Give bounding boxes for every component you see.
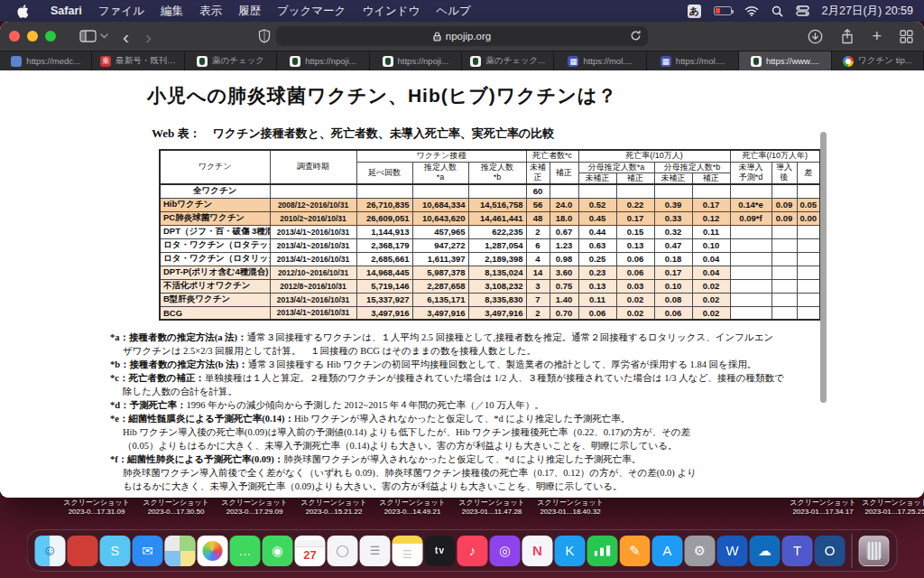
mail-icon[interactable]: ✉: [133, 536, 163, 566]
control-center-icon[interactable]: [796, 5, 809, 16]
cell-diff: 0.00: [797, 211, 820, 225]
page-scrollbar[interactable]: [820, 132, 827, 403]
tab-5[interactable]: https://npoji...: [370, 51, 462, 70]
desktop-file-screenshot[interactable]: スクリーンショット2023-0...17.29.09: [209, 499, 300, 517]
finder-icon[interactable]: ☺: [35, 536, 66, 566]
new-tab-button[interactable]: +: [872, 28, 882, 44]
desktop-file-screenshot[interactable]: スクリーンショット2023-0...17.31.09: [51, 499, 142, 517]
cell-doses: 3,497,916: [356, 306, 412, 320]
menu-window[interactable]: ウインドウ: [354, 4, 428, 19]
cell-name: PC肺炎球菌ワクチン: [160, 211, 270, 225]
messages-icon[interactable]: …: [230, 536, 261, 566]
desktop-file-screenshot[interactable]: スクリーンショット2023-0...17.30.50: [131, 499, 221, 517]
teams-glyph: T: [793, 543, 801, 558]
cell-pre: 0.09*f: [730, 211, 772, 225]
apple-icon[interactable]: [16, 5, 30, 18]
skype-icon[interactable]: S: [100, 536, 131, 566]
trash-icon[interactable]: [859, 536, 890, 566]
news-icon[interactable]: N: [522, 536, 553, 566]
keynote-icon[interactable]: K: [555, 536, 586, 566]
tab-label: ワクチン tip...: [858, 55, 911, 67]
cell-post: [772, 238, 797, 252]
podcasts-icon[interactable]: ◎: [490, 536, 521, 566]
footnote-text: 肺炎球菌ワクチンが導入されなかったと仮定して、*d により推定した予測死亡率。: [283, 454, 641, 464]
tab-8[interactable]: ▦https://mol....: [647, 51, 739, 70]
reminders-icon[interactable]: ☰: [360, 536, 391, 566]
reload-icon[interactable]: [630, 30, 642, 42]
red-utility-icon[interactable]: [68, 536, 98, 566]
tab-overview-icon[interactable]: [900, 30, 913, 43]
cell-doses: 2,685,661: [356, 252, 412, 266]
tab-2[interactable]: 薬最新号・既刊…: [92, 51, 184, 70]
word-icon[interactable]: W: [717, 536, 748, 566]
spotlight-icon[interactable]: [772, 5, 783, 17]
outlook-icon[interactable]: O: [815, 536, 845, 566]
facetime-icon[interactable]: ◉: [263, 536, 293, 566]
close-window-button[interactable]: [9, 31, 20, 42]
keynote-glyph: K: [565, 543, 574, 558]
zoom-window-button[interactable]: [45, 31, 56, 42]
desktop-file-screenshot[interactable]: スクリーンショット2023-01...11.47.28: [447, 499, 537, 517]
tv-icon[interactable]: tv: [425, 536, 456, 566]
share-icon[interactable]: [841, 29, 854, 44]
menu-bar-clock[interactable]: 2月27日(月) 20:59: [822, 4, 913, 19]
desktop-file-screenshot[interactable]: スクリーンショット2023-01...18.40.32: [525, 499, 615, 517]
flask-favicon-icon: [383, 56, 393, 67]
footnote-line: *a：接種者数の推定方法(a 法)：通常３回接種するワクチンは、１人平均 2.5…: [110, 331, 825, 344]
menu-edit[interactable]: 編集: [152, 4, 191, 19]
tab-9-active[interactable]: https://www....: [739, 51, 831, 70]
cell-pre: [730, 266, 772, 279]
privacy-shield-icon[interactable]: [258, 29, 271, 43]
sidebar-chevron-icon[interactable]: [100, 33, 108, 39]
tab-1[interactable]: https://medc...: [0, 51, 92, 70]
menu-view[interactable]: 表示: [191, 4, 230, 19]
photos-icon[interactable]: [198, 536, 228, 566]
flask-favicon-icon: [197, 56, 208, 67]
minimize-window-button[interactable]: [27, 31, 38, 42]
tab-7[interactable]: ▦https://mol....: [554, 51, 646, 70]
cell-est_a: 10,684,334: [412, 198, 468, 211]
col-group-denom-a: 分母推定人数*a: [578, 162, 654, 172]
app-store-icon[interactable]: A: [652, 536, 683, 566]
tab-3[interactable]: 薬のチェック: [185, 51, 277, 70]
address-bar[interactable]: npojip.org: [276, 26, 648, 46]
cell-ra_cor: 0.02: [616, 293, 654, 306]
cell-post: [772, 252, 797, 266]
wifi-icon[interactable]: [744, 5, 759, 16]
input-source-icon[interactable]: あ: [688, 5, 701, 18]
settings-icon[interactable]: ⚙: [685, 536, 716, 566]
battery-icon[interactable]: [714, 6, 732, 15]
desktop-file-screenshot[interactable]: スクリーンショット2023-01...17.25.25: [850, 499, 924, 517]
menu-history[interactable]: 履歴: [230, 4, 269, 19]
pages-icon[interactable]: ✎: [620, 536, 651, 566]
maps-icon[interactable]: [165, 536, 196, 566]
cell-pre: [730, 184, 772, 198]
desktop-file-screenshot[interactable]: スクリーンショット2023-0...14.49.21: [367, 499, 457, 517]
tab-10[interactable]: ワクチン tip...: [832, 51, 924, 70]
downloads-icon[interactable]: [808, 29, 823, 44]
cell-ra_cor: 0.06: [616, 252, 654, 266]
menu-bookmarks[interactable]: ブックマーク: [269, 4, 354, 19]
numbers-icon[interactable]: [587, 536, 618, 566]
file-name: スクリーンショット: [367, 499, 457, 508]
teams-icon[interactable]: T: [782, 536, 813, 566]
forward-button[interactable]: ›: [145, 27, 152, 46]
menu-app-name[interactable]: Safari: [42, 5, 90, 17]
music-icon[interactable]: ♪: [457, 536, 488, 566]
menu-help[interactable]: ヘルプ: [428, 4, 478, 19]
desktop-file-screenshot[interactable]: スクリーンショット2023-0...15.21.22: [289, 499, 379, 517]
cell-period: 2013/4/1~2016/10/31: [270, 252, 356, 266]
cell-rb_cor: 0.11: [692, 225, 730, 238]
sidebar-icon[interactable]: [79, 30, 97, 42]
calendar-icon[interactable]: 27: [295, 536, 326, 566]
medc-favicon-icon: [11, 56, 22, 67]
footnote-text: Hib ワクチンが導入されなかったと仮定して、*d により推定した予測死亡率。: [294, 414, 630, 424]
tab-6[interactable]: 薬のチェック...: [462, 51, 554, 70]
contacts-icon[interactable]: ◯: [328, 536, 358, 566]
onedrive-icon[interactable]: ☁: [750, 536, 781, 566]
back-button[interactable]: ‹: [123, 27, 129, 46]
notes-icon[interactable]: ☰: [393, 536, 423, 566]
menu-file[interactable]: ファイル: [90, 4, 152, 19]
cell-est_a: 2,287,658: [412, 279, 468, 293]
tab-4[interactable]: https://npoji...: [277, 51, 369, 70]
